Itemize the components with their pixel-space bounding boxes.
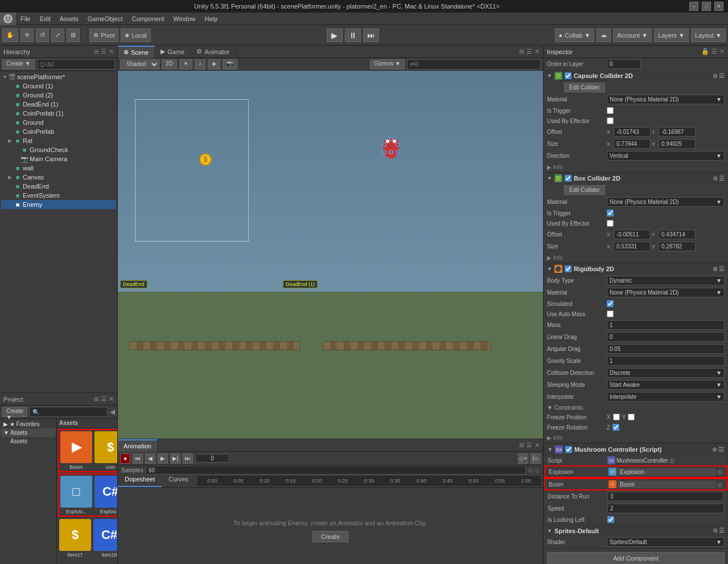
tree-item-coinprefab[interactable]: ■ CoinPrefab [1, 127, 116, 136]
script-link-icon[interactable]: ◎ [669, 457, 675, 464]
cc-enabled[interactable] [565, 72, 571, 79]
sd-settings-icon[interactable]: ⚙ [713, 528, 718, 534]
rb-freezepos-x[interactable] [613, 414, 620, 420]
project-tree-assets-sub[interactable]: Assets [1, 437, 55, 446]
cc-material-dropdown[interactable]: None (Physics Material 2D) ▼ [607, 95, 725, 104]
rb-menu-icon[interactable]: ☰ [719, 265, 725, 273]
rb-automass-checkbox[interactable] [607, 310, 614, 317]
menu-file[interactable]: File [16, 14, 35, 23]
rb-collisiondetect-dropdown[interactable]: Discrete ▼ [607, 368, 725, 378]
rb-info-expand[interactable]: ▶ Info [547, 435, 562, 441]
cc-effector-checkbox[interactable] [607, 117, 614, 124]
cc-offset-y-input[interactable] [659, 127, 696, 137]
sd-menu-icon[interactable]: ☰ [719, 527, 725, 534]
anim-play[interactable]: ▶ [158, 453, 168, 464]
rb-interpolate-dropdown[interactable]: Interpolate ▼ [607, 392, 725, 402]
tree-item-ground1[interactable]: ■ Ground (1) [1, 81, 116, 91]
bc-enabled[interactable] [565, 175, 571, 182]
anim-menu-icon[interactable]: ☰ [527, 442, 532, 449]
hand-tool[interactable]: ✋ [2, 28, 18, 42]
cc-trigger-checkbox[interactable] [607, 107, 614, 114]
cloud-button[interactable]: ☁ [597, 28, 611, 42]
tree-item-enemy[interactable]: ■ Enemy [1, 200, 116, 209]
layout-dropdown[interactable]: Layout ▼ [691, 28, 726, 42]
sd-shader-dropdown[interactable]: Sprites/Default ▼ [607, 537, 725, 547]
tab-animator[interactable]: ⚙Animator [191, 46, 236, 58]
samples-input[interactable] [146, 465, 526, 475]
move-tool[interactable]: ✛ [20, 28, 34, 42]
pivot-dropdown[interactable]: ⊕ Pivot [89, 28, 118, 42]
mc-speed-input[interactable] [607, 504, 724, 513]
cc-menu-icon[interactable]: ☰ [719, 72, 725, 80]
shading-mode-select[interactable]: Shaded [120, 59, 159, 70]
tab-curves[interactable]: Curves [162, 475, 195, 487]
rb-enabled[interactable] [565, 265, 571, 272]
anim-expand-icon[interactable]: ⊞ [519, 442, 524, 449]
anim-add-key[interactable]: ◇+ [518, 453, 528, 464]
project-float[interactable]: ⊞ [94, 396, 98, 402]
anim-close-icon[interactable]: ✕ [534, 442, 540, 449]
menu-gameobject[interactable]: GameObject [83, 14, 127, 23]
inspector-menu[interactable]: ☰ [711, 48, 717, 55]
inspector-close[interactable]: ✕ [719, 48, 725, 55]
asset-item-17[interactable]: C#item18 [92, 518, 117, 559]
minimize-button[interactable]: ─ [689, 2, 698, 11]
menu-component[interactable]: Component [127, 14, 168, 23]
bc-effector-checkbox[interactable] [607, 220, 614, 227]
maximize-button[interactable]: □ [702, 2, 711, 11]
bc-menu-icon[interactable]: ☰ [719, 175, 725, 182]
rb-freezepos-y[interactable] [628, 414, 635, 420]
menu-assets[interactable]: Assets [55, 14, 83, 23]
anim-next-frame[interactable]: ▶| [170, 453, 180, 464]
asset-item-1[interactable]: $coin [93, 430, 117, 471]
rb-freezerot-z[interactable] [612, 424, 619, 431]
project-tree-favorites[interactable]: ▶ ★ Favorites [1, 420, 55, 428]
anim-skip-start[interactable]: ⏮ [133, 453, 143, 464]
rb-lineardrag-input[interactable] [607, 332, 725, 342]
mc-menu-icon[interactable]: ☰ [718, 446, 724, 453]
tree-item-rat[interactable]: ▶ ■ Rat [1, 136, 116, 145]
mc-settings-icon[interactable]: ⚙ [712, 447, 717, 453]
tree-item-canvas[interactable]: ▶ ■ Canvas [1, 173, 116, 182]
sprites-default-header[interactable]: ▼ Sprites-Default ⚙ ☰ [544, 525, 728, 536]
rb-mass-input[interactable] [607, 320, 725, 330]
record-btn[interactable]: ● [120, 453, 130, 464]
step-button[interactable]: ⏭ [363, 28, 379, 42]
bc-material-dropdown[interactable]: None (Physics Material 2D) ▼ [607, 197, 725, 207]
account-dropdown[interactable]: Account ▼ [613, 28, 652, 42]
tab-animation[interactable]: Animation [118, 439, 158, 452]
mushroom-controller-header[interactable]: ▼ C# Mushroom Controller (Script) ⚙ ☰ [544, 444, 727, 455]
explosion-link-icon[interactable]: ◎ [717, 468, 723, 476]
scene-viewport[interactable]: $ [118, 71, 543, 439]
rigidbody-header[interactable]: ▼ ⚫ Rigidbody 2D ⚙ ☰ [544, 263, 728, 275]
project-close[interactable]: ✕ [109, 395, 114, 403]
tree-item-deadend1[interactable]: ■ DeadEnd (1) [1, 100, 116, 109]
tree-item-ground2[interactable]: ■ Ground (2) [1, 91, 116, 100]
play-button[interactable]: ▶ [327, 28, 343, 42]
anim-skip-end[interactable]: ⏭ [183, 453, 193, 464]
box-collider-header[interactable]: ▼ 🟩 Box Collider 2D ⚙ ☰ [544, 173, 728, 184]
add-component-btn[interactable]: Add Component [547, 552, 725, 564]
tree-item-maincamera[interactable]: 📷 Main Camera [1, 154, 116, 164]
hierarchy-create-btn[interactable]: Create ▼ [2, 59, 35, 70]
tree-item-coinprefab1[interactable]: ■ CoinPrefab (1) [1, 109, 116, 118]
mc-enabled[interactable] [565, 446, 572, 453]
tab-game[interactable]: ▶Game [155, 46, 191, 58]
rb-material-dropdown[interactable]: None (Physics Material 2D) ▼ [607, 288, 725, 297]
asset-item-9[interactable]: C#Explosi... [93, 475, 117, 516]
project-create-btn[interactable]: Create ▼ [2, 407, 27, 417]
rect-tool[interactable]: ⊞ [67, 28, 80, 42]
hierarchy-menu[interactable]: ☰ [101, 48, 106, 55]
rb-simulated-checkbox[interactable] [607, 300, 614, 307]
tree-item-eventsystem[interactable]: ■ EventSystem [1, 191, 116, 200]
tab-dopesheet[interactable]: Dopesheet [118, 475, 162, 487]
constraints-expand[interactable]: ▼ Constraints [547, 404, 583, 411]
expand-icon[interactable]: ⊞ [519, 48, 524, 55]
cc-offset-x-input[interactable] [614, 127, 651, 137]
project-search[interactable] [30, 407, 108, 417]
hierarchy-float[interactable]: ⊞ [94, 48, 98, 55]
project-menu[interactable]: ☰ [101, 395, 106, 403]
anim-add-event[interactable]: |◇ [530, 453, 541, 464]
hierarchy-search[interactable] [37, 59, 115, 70]
rb-sleepingmode-dropdown[interactable]: Start Awake ▼ [607, 380, 725, 390]
